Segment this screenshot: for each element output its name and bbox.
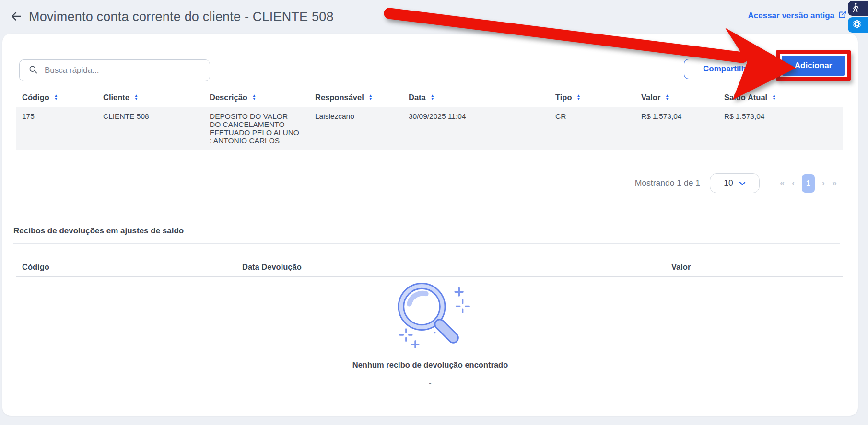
edge-badge-top[interactable] <box>848 1 868 16</box>
content-card: Compartilhar Adicionar Código▲▼ Cliente▲… <box>2 34 858 416</box>
quick-search[interactable] <box>19 59 210 81</box>
external-link-icon <box>838 10 847 21</box>
sort-icon[interactable]: ▲▼ <box>577 94 581 101</box>
column-header-responsavel[interactable]: Responsável▲▼ <box>309 89 402 107</box>
empty-state-subtitle: - <box>2 379 858 388</box>
section-divider <box>13 243 840 244</box>
page-title: Movimento conta corrente do cliente - CL… <box>29 10 334 24</box>
cell-descricao: DEPOSITO DO VALOR DO CANCELAMENTO EFETUA… <box>203 107 309 151</box>
column-header-cliente[interactable]: Cliente▲▼ <box>97 89 203 107</box>
cell-valor: R$ 1.573,04 <box>635 107 718 151</box>
chevron-down-icon <box>739 178 746 188</box>
sort-icon[interactable]: ▲▼ <box>54 94 58 101</box>
back-button[interactable] <box>8 8 25 25</box>
current-page-badge[interactable]: 1 <box>802 174 815 193</box>
sort-icon[interactable]: ▲▼ <box>134 94 138 101</box>
empty-state-title: Nenhum recibo de devolução encontrado <box>2 360 858 369</box>
sort-icon[interactable]: ▲▼ <box>369 94 373 101</box>
search-icon <box>28 65 38 76</box>
receipts-column-codigo: Código <box>16 263 242 272</box>
column-header-tipo[interactable]: Tipo▲▼ <box>549 89 635 107</box>
receipts-section-title: Recibos de devoluções em ajustes de sald… <box>13 226 184 236</box>
walking-person-icon <box>852 2 859 15</box>
column-header-descricao[interactable]: Descrição▲▼ <box>203 89 309 107</box>
page-size-select[interactable]: 10 <box>710 173 760 193</box>
sort-icon[interactable]: ▲▼ <box>665 94 669 101</box>
last-page-button[interactable]: » <box>832 178 837 188</box>
edge-badge-bottom[interactable] <box>848 17 868 33</box>
arrow-left-icon <box>10 10 23 24</box>
movements-header-row: Código▲▼ Cliente▲▼ Descrição▲▼ Responsáv… <box>16 89 843 107</box>
receipts-column-valor: Valor <box>671 263 843 272</box>
receipts-column-data-devolucao: Data Devolução <box>242 263 671 272</box>
share-button[interactable]: Compartilhar <box>684 59 773 79</box>
legacy-version-link-label: Acessar versão antiga <box>748 11 835 21</box>
first-page-button[interactable]: « <box>780 178 785 188</box>
movements-table: Código▲▼ Cliente▲▼ Descrição▲▼ Responsáv… <box>16 89 843 150</box>
column-header-saldo-atual[interactable]: Saldo Atual▲▼ <box>718 89 843 107</box>
column-header-valor[interactable]: Valor▲▼ <box>635 89 718 107</box>
prev-page-button[interactable]: ‹ <box>792 178 795 188</box>
cell-codigo: 175 <box>16 107 97 151</box>
search-input[interactable] <box>45 66 188 75</box>
cell-responsavel: Laislezcano <box>309 107 402 151</box>
sort-icon[interactable]: ▲▼ <box>252 94 256 101</box>
add-button[interactable]: Adicionar <box>782 56 845 76</box>
column-header-data[interactable]: Data▲▼ <box>402 89 549 107</box>
pagination: Mostrando 1 de 1 10 « ‹ 1 › » <box>635 173 837 193</box>
sort-icon[interactable]: ▲▼ <box>772 94 776 101</box>
empty-state: Nenhum recibo de devolução encontrado - <box>2 277 858 388</box>
cell-saldo-atual: R$ 1.573,04 <box>718 107 843 151</box>
legacy-version-link[interactable]: Acessar versão antiga <box>748 10 847 21</box>
cell-tipo: CR <box>549 107 635 151</box>
openai-logo-icon <box>852 19 862 31</box>
empty-search-illustration <box>387 347 473 355</box>
cell-cliente: CLIENTE 508 <box>97 107 203 151</box>
pager: « ‹ 1 › » <box>780 174 837 193</box>
next-page-button[interactable]: › <box>822 178 825 188</box>
pagination-summary: Mostrando 1 de 1 <box>635 178 700 188</box>
page-size-value: 10 <box>724 178 733 188</box>
receipts-table-header: Código Data Devolução Valor <box>16 263 843 277</box>
topbar: Movimento conta corrente do cliente - CL… <box>0 0 868 34</box>
table-row[interactable]: 175 CLIENTE 508 DEPOSITO DO VALOR DO CAN… <box>16 107 843 151</box>
column-header-codigo[interactable]: Código▲▼ <box>16 89 97 107</box>
cell-data: 30/09/2025 11:04 <box>402 107 549 151</box>
sort-icon[interactable]: ▲▼ <box>431 94 434 101</box>
